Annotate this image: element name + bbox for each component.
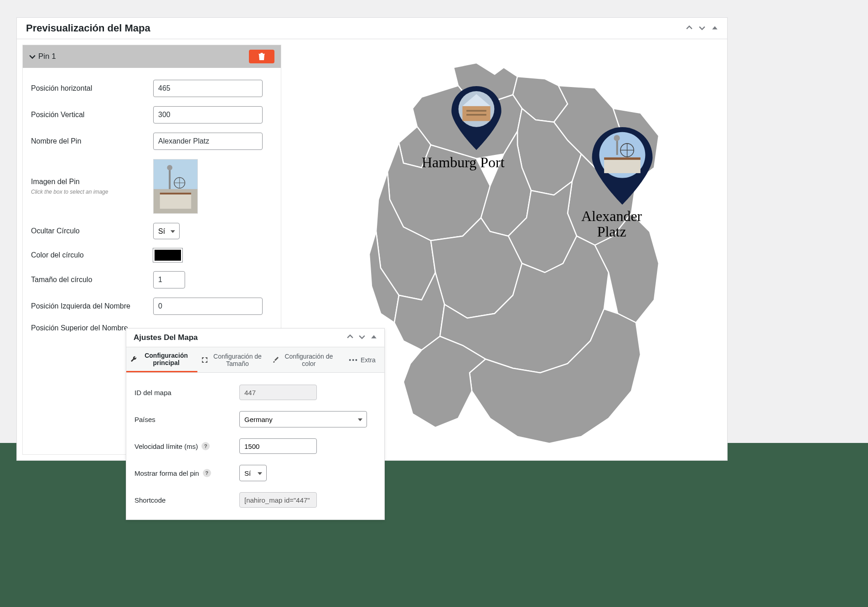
- trash-icon: [258, 52, 265, 61]
- map-pin-alexander[interactable]: [590, 127, 654, 206]
- germany-map: [340, 54, 668, 455]
- svg-rect-12: [466, 110, 486, 112]
- field-label: Color del círculo: [31, 251, 153, 259]
- settings-tabs: Configuración principal Configuración de…: [126, 347, 384, 373]
- panel-collapse-icon[interactable]: [712, 24, 718, 33]
- svg-rect-4: [160, 193, 191, 209]
- settings-title: Ajustes Del Mapa: [134, 333, 198, 342]
- svg-rect-21: [604, 157, 641, 159]
- svg-rect-0: [154, 161, 197, 189]
- show-pin-shape-select[interactable]: Sí: [239, 465, 267, 481]
- help-icon[interactable]: ?: [202, 442, 210, 450]
- speed-limit-input[interactable]: [239, 438, 317, 454]
- settings-body: ID del mapa Países Germany Velocidad lím…: [126, 373, 384, 520]
- pos-h-input[interactable]: [153, 80, 263, 97]
- settings-move-up-icon[interactable]: [347, 333, 353, 342]
- field-row-pin-image: Imagen del Pin Click the box to select a…: [31, 154, 274, 218]
- hide-circle-select[interactable]: Sí: [153, 223, 180, 239]
- resize-icon: [202, 357, 208, 363]
- field-label: Tamaño del círculo: [31, 276, 153, 284]
- pin-name-input[interactable]: [153, 133, 263, 150]
- map-container[interactable]: Hamburg Port Alexander Platz: [340, 54, 668, 455]
- field-label: Ocultar Círculo: [31, 227, 153, 235]
- settings-row-speed: Velocidad límite (ms) ?: [134, 433, 376, 459]
- map-settings-panel: Ajustes Del Mapa Configuración principal…: [126, 328, 385, 520]
- settings-collapse-icon[interactable]: [371, 333, 377, 342]
- wrench-icon: [130, 356, 137, 362]
- pin-header-label: Pin 1: [38, 52, 56, 61]
- field-label: Nombre del Pin: [31, 137, 153, 145]
- pin-accordion-header[interactable]: Pin 1: [23, 45, 281, 68]
- panel-move-up-icon[interactable]: [686, 24, 692, 33]
- settings-header-actions: [347, 333, 377, 342]
- tab-main-config[interactable]: Configuración principal: [126, 347, 197, 372]
- dots-icon: •••: [349, 356, 358, 364]
- field-row-hide-circle: Ocultar Círculo Sí: [31, 218, 274, 244]
- tab-extra[interactable]: ••• Extra: [340, 347, 384, 372]
- pin-image-thumbnail: [154, 161, 197, 214]
- field-hint: Click the box to select an image: [31, 189, 153, 195]
- pin-toggle[interactable]: Pin 1: [29, 52, 56, 61]
- delete-pin-button[interactable]: [249, 50, 274, 63]
- tab-color-config[interactable]: Configuración de color: [269, 347, 340, 372]
- settings-header: Ajustes Del Mapa: [126, 329, 384, 347]
- brush-icon: [273, 357, 279, 363]
- field-row-circle-size: Tamaño del círculo: [31, 267, 274, 293]
- svg-rect-13: [466, 114, 486, 115]
- map-pin-label-alexander: Alexander Platz: [581, 209, 642, 239]
- settings-label: Mostrar forma del pin ?: [134, 469, 239, 477]
- field-row-circle-color: Color del círculo: [31, 244, 274, 267]
- settings-label: Velocidad límite (ms) ?: [134, 442, 239, 450]
- panel-header: Previsualización del Mapa: [17, 18, 727, 39]
- settings-label: ID del mapa: [134, 389, 239, 396]
- settings-row-shortcode: Shortcode: [134, 487, 376, 513]
- name-left-input[interactable]: [153, 298, 263, 315]
- svg-rect-11: [462, 106, 490, 121]
- settings-label: Shortcode: [134, 496, 239, 504]
- field-label: Posición Vertical: [31, 111, 153, 119]
- pos-v-input[interactable]: [153, 106, 263, 123]
- map-pin-label-hamburg: Hamburg Port: [422, 154, 505, 171]
- map-id-input: [239, 385, 317, 400]
- settings-row-show-shape: Mostrar forma del pin ? Sí: [134, 459, 376, 487]
- circle-color-picker[interactable]: [153, 248, 182, 262]
- field-label: Posición horizontal: [31, 84, 153, 93]
- panel-move-down-icon[interactable]: [699, 24, 705, 33]
- map-pin-hamburg[interactable]: [451, 86, 501, 152]
- field-row-pin-name: Nombre del Pin: [31, 128, 274, 154]
- svg-rect-5: [160, 193, 191, 195]
- countries-select[interactable]: Germany: [239, 411, 367, 427]
- pin-fields: Posición horizontal Posición Vertical No…: [23, 68, 281, 344]
- pin-image-picker[interactable]: [153, 159, 198, 214]
- svg-point-16: [614, 135, 620, 141]
- field-row-pos-v: Posición Vertical: [31, 102, 274, 128]
- shortcode-input[interactable]: [239, 492, 317, 508]
- circle-size-input[interactable]: [153, 271, 185, 288]
- settings-row-countries: Países Germany: [134, 406, 376, 433]
- panel-header-actions: [686, 24, 718, 33]
- field-row-pos-h: Posición horizontal: [31, 75, 274, 102]
- field-row-name-left: Posición Izquierda del Nombre: [31, 293, 274, 319]
- chevron-down-icon: [29, 53, 36, 60]
- help-icon[interactable]: ?: [203, 469, 211, 477]
- settings-label: Países: [134, 416, 239, 423]
- settings-move-down-icon[interactable]: [359, 333, 365, 342]
- svg-point-3: [167, 165, 172, 170]
- panel-title: Previsualización del Mapa: [26, 22, 150, 34]
- field-label: Posición Izquierda del Nombre: [31, 302, 153, 310]
- settings-row-id: ID del mapa: [134, 379, 376, 406]
- field-label: Imagen del Pin Click the box to select a…: [31, 178, 153, 195]
- tab-size-config[interactable]: Configuración de Tamaño: [197, 347, 269, 372]
